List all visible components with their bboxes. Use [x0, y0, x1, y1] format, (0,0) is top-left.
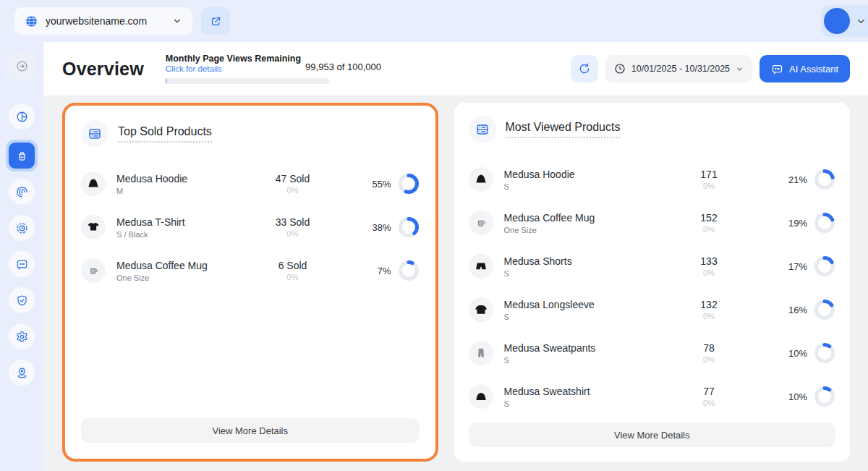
- card-title: Most Viewed Products: [506, 121, 621, 138]
- product-percent-donut: [814, 212, 835, 234]
- product-percent: 38%: [372, 222, 391, 233]
- product-name: Medusa Shorts: [504, 255, 670, 267]
- target-clock-icon: [15, 221, 29, 235]
- sidebar-item-security[interactable]: [9, 287, 35, 313]
- product-row: Medusa T-ShirtS / Black33 Sold0%38%: [81, 205, 420, 249]
- product-percent-donut: [398, 260, 420, 281]
- shield-check-icon: [15, 294, 29, 307]
- product-name: Medusa T-Shirt: [116, 216, 253, 228]
- site-selector[interactable]: yourwebsitename.com: [14, 7, 192, 35]
- site-name: yourwebsitename.com: [46, 15, 165, 27]
- sidebar-item-sessions[interactable]: [9, 179, 35, 205]
- map-pin-icon: [15, 366, 29, 380]
- sidebar-item-analytics[interactable]: [9, 103, 35, 130]
- page-views-progress: [166, 78, 329, 84]
- product-image: [81, 171, 106, 196]
- product-percent-donut: [814, 342, 835, 364]
- topbar: yourwebsitename.com: [0, 0, 868, 42]
- globe-icon: [25, 14, 38, 28]
- page-header: Overview Monthly Page Views Remaining Cl…: [43, 42, 868, 96]
- chat-bubble-icon: [771, 63, 783, 75]
- product-image: [469, 167, 493, 192]
- date-range-picker[interactable]: 10/01/2025 - 10/31/2025: [605, 55, 752, 82]
- product-percent: 7%: [378, 266, 391, 276]
- ai-assistant-button[interactable]: AI Assistant: [760, 55, 850, 82]
- product-count-sub: 0%: [253, 186, 333, 195]
- product-row: Medusa ShortsS1330%17%: [469, 245, 836, 288]
- spiral-icon: [15, 185, 29, 199]
- product-variant: One Size: [504, 226, 670, 234]
- sidebar-item-heatmap[interactable]: [9, 215, 35, 241]
- product-count-sub: 0%: [669, 225, 749, 234]
- product-percent: 17%: [788, 261, 807, 272]
- sidebar-item-settings[interactable]: [9, 323, 35, 349]
- product-variant: S: [504, 182, 670, 191]
- product-rows: Medusa HoodieM47 Sold0%55% Medusa T-Shir…: [81, 162, 420, 292]
- chevron-down-icon: [736, 65, 744, 73]
- product-count: 6 Sold: [253, 260, 333, 271]
- product-count: 152: [669, 212, 749, 224]
- chat-bubble-icon: [15, 258, 29, 271]
- product-image: [469, 254, 493, 279]
- sidebar-item-chat[interactable]: [9, 251, 35, 277]
- account-menu[interactable]: [821, 5, 868, 37]
- most-viewed-products-card: Most Viewed Products Medusa HoodieS1710%…: [454, 103, 851, 462]
- shopping-bag-icon: [15, 149, 29, 163]
- chevron-down-icon: [172, 16, 182, 26]
- product-name: Medusa Coffee Mug: [116, 260, 253, 271]
- product-count: 132: [669, 299, 749, 310]
- collapse-icon: [15, 59, 29, 73]
- product-variant: S: [504, 356, 670, 365]
- product-count-sub: 0%: [253, 229, 333, 238]
- page-views-usage: 99,953 of 100,000: [305, 61, 381, 73]
- product-percent-donut: [814, 169, 835, 190]
- product-variant: S: [504, 399, 670, 408]
- product-image: [81, 258, 106, 283]
- sidebar-item-geography[interactable]: [9, 360, 35, 386]
- product-variant: S: [504, 313, 670, 321]
- product-percent-donut: [814, 255, 835, 277]
- product-percent-donut: [398, 173, 420, 195]
- page-views-label: Monthly Page Views Remaining: [166, 54, 301, 65]
- product-row: Medusa SweatpantsS780%10%: [469, 331, 836, 375]
- product-row: Medusa HoodieS1710%21%: [469, 158, 836, 201]
- product-count-sub: 0%: [669, 399, 749, 407]
- product-count: 47 Sold: [253, 173, 333, 184]
- product-rows: Medusa HoodieS1710%21% Medusa Coffee Mug…: [469, 158, 836, 418]
- product-count: 78: [669, 342, 749, 354]
- product-percent: 21%: [788, 174, 807, 185]
- view-more-details-button[interactable]: View More Details: [469, 423, 836, 447]
- product-row: Medusa SweatshirtS770%10%: [469, 375, 836, 418]
- open-site-button[interactable]: [201, 7, 230, 35]
- product-name: Medusa Coffee Mug: [504, 212, 670, 224]
- page-views-details-link[interactable]: Click for details: [166, 64, 301, 73]
- product-name: Medusa Hoodie: [116, 173, 253, 184]
- view-more-details-button[interactable]: View More Details: [81, 418, 420, 443]
- product-count: 171: [669, 169, 749, 180]
- refresh-icon: [578, 62, 591, 75]
- sidebar-toggle[interactable]: [9, 53, 35, 79]
- gear-icon: [15, 330, 29, 344]
- product-percent: 10%: [788, 348, 807, 359]
- product-row: Medusa Coffee MugOne Size6 Sold0%7%: [81, 249, 420, 292]
- product-name: Medusa Longsleeve: [504, 299, 670, 310]
- product-percent-donut: [398, 216, 420, 238]
- refresh-button[interactable]: [571, 55, 598, 82]
- product-percent: 10%: [788, 391, 807, 402]
- sidebar-item-store[interactable]: [6, 140, 38, 171]
- product-variant: M: [116, 187, 253, 195]
- product-name: Medusa Sweatshirt: [504, 386, 670, 397]
- product-row: Medusa Coffee MugOne Size1520%19%: [469, 201, 836, 245]
- list-server-icon: [81, 120, 109, 148]
- ai-assistant-label: AI Assistant: [789, 64, 838, 75]
- product-count: 33 Sold: [253, 216, 333, 228]
- page-title: Overview: [62, 59, 144, 80]
- product-percent: 19%: [788, 218, 807, 229]
- product-image: [469, 384, 493, 409]
- page-views-block: Monthly Page Views Remaining Click for d…: [166, 54, 381, 85]
- chevron-down-icon: [856, 16, 867, 27]
- product-percent: 55%: [372, 179, 391, 190]
- product-name: Medusa Hoodie: [504, 169, 670, 180]
- list-server-icon: [469, 116, 496, 143]
- external-link-icon: [210, 15, 222, 27]
